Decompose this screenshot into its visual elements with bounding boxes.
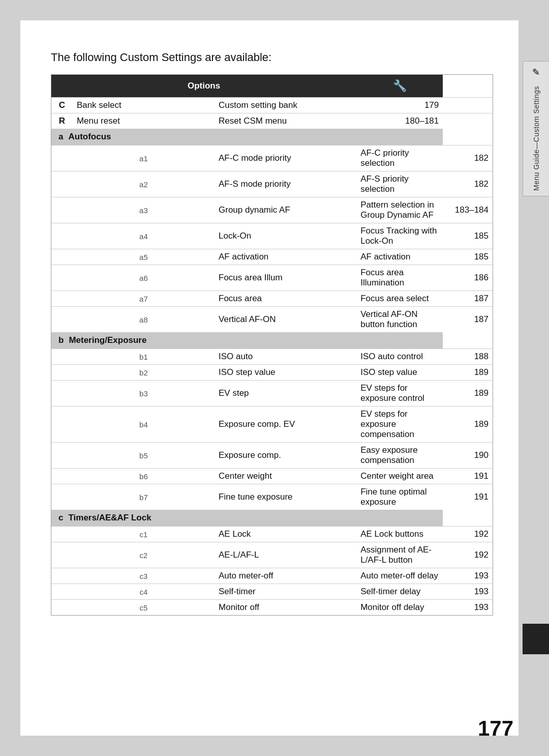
table-row: a3Group dynamic AFPattern selection in G… — [51, 197, 493, 223]
row-letter-empty — [51, 484, 73, 510]
table-row: b5Exposure comp.Easy exposure compensati… — [51, 443, 493, 469]
row-letter-empty — [51, 381, 73, 406]
table-row: CBank selectCustom setting bank179 — [51, 98, 493, 113]
row-desc: EV steps for exposure compensation — [356, 406, 443, 443]
row-sub: c1 — [73, 527, 215, 542]
table-row: b4Exposure comp. EVEV steps for exposure… — [51, 406, 493, 443]
row-name: AF activation — [215, 249, 356, 265]
table-row: c2AE-L/AF-LAssignment of AE-L/AF-L butto… — [51, 542, 493, 568]
row-desc: Easy exposure compensation — [356, 443, 443, 469]
row-page: 189 — [443, 406, 493, 443]
row-page: 185 — [443, 249, 493, 265]
row-letter-empty — [51, 307, 73, 333]
row-desc: AF-C priority selection — [356, 146, 443, 171]
row-name: Lock-On — [215, 223, 356, 249]
row-letter-empty — [51, 265, 73, 291]
row-desc: Fine tune optimal exposure — [356, 484, 443, 510]
section-row: bMetering/Exposure — [51, 332, 493, 349]
table-row: a1AF-C mode priorityAF-C priority select… — [51, 146, 493, 171]
row-letter-empty — [51, 365, 73, 381]
row-page: 192 — [443, 527, 493, 542]
settings-table: Options 🔧 CBank selectCustom setting ban… — [51, 75, 493, 615]
row-sub: a2 — [73, 171, 215, 197]
row-desc: EV steps for exposure control — [356, 381, 443, 406]
row-letter-empty — [51, 469, 73, 484]
row-page: 193 — [443, 600, 493, 616]
row-desc: Self-timer delay — [356, 584, 443, 600]
row-page: 188 — [443, 349, 493, 365]
row-letter-empty — [51, 568, 73, 584]
row-desc: Center weight area — [356, 469, 443, 484]
header-icon: 🔧 — [356, 75, 443, 98]
row-name: AF-S mode priority — [215, 171, 356, 197]
row-letter-empty — [51, 527, 73, 542]
row-sub: a7 — [73, 291, 215, 307]
table-row: b6Center weightCenter weight area191 — [51, 469, 493, 484]
side-tab: ✎ Menu Guide—Custom Settings — [523, 61, 549, 196]
row-sub: b5 — [73, 443, 215, 469]
table-row: b2ISO step valueISO step value189 — [51, 365, 493, 381]
table-row: a6Focus area IllumFocus area Illuminatio… — [51, 265, 493, 291]
row-letter-empty — [51, 406, 73, 443]
table-row: a5AF activationAF activation185 — [51, 249, 493, 265]
row-name: Exposure comp. — [215, 443, 356, 469]
row-name: AE Lock — [215, 527, 356, 542]
row-name: Fine tune exposure — [215, 484, 356, 510]
row-letter-empty — [51, 146, 73, 171]
row-page: 185 — [443, 223, 493, 249]
table-row: a2AF-S mode priorityAF-S priority select… — [51, 171, 493, 197]
table-row: c4Self-timerSelf-timer delay193 — [51, 584, 493, 600]
row-sub: b7 — [73, 484, 215, 510]
row-name: Vertical AF-ON — [215, 307, 356, 333]
row-letter-empty — [51, 249, 73, 265]
row-desc: AE Lock buttons — [356, 527, 443, 542]
row-sub: b1 — [73, 349, 215, 365]
options-header: Options — [51, 75, 356, 98]
row-page: 187 — [443, 291, 493, 307]
row-letter-empty — [51, 600, 73, 616]
table-row: RMenu resetReset CSM menu180–181 — [51, 113, 493, 129]
row-desc: AF activation — [356, 249, 443, 265]
row-desc: Auto meter-off delay — [356, 568, 443, 584]
row-desc: Vertical AF-ON button function — [356, 307, 443, 333]
row-name: Bank select — [73, 98, 215, 113]
section-row: cTimers/AE&AF Lock — [51, 510, 493, 527]
row-name: Monitor off — [215, 600, 356, 616]
row-desc: Focus area Illumination — [356, 265, 443, 291]
table-row: a4Lock-OnFocus Tracking with Lock-On185 — [51, 223, 493, 249]
row-desc: ISO auto control — [356, 349, 443, 365]
row-page: 183–184 — [443, 197, 493, 223]
row-name: ISO step value — [215, 365, 356, 381]
row-page: 189 — [443, 381, 493, 406]
row-sub: c4 — [73, 584, 215, 600]
table-row: b7Fine tune exposureFine tune optimal ex… — [51, 484, 493, 510]
section-cell: cTimers/AE&AF Lock — [51, 510, 443, 527]
table-row: b1ISO autoISO auto control188 — [51, 349, 493, 365]
section-cell: aAutofocus — [51, 129, 443, 146]
table-row: c3Auto meter-offAuto meter-off delay193 — [51, 568, 493, 584]
row-page: 187 — [443, 307, 493, 333]
row-letter: C — [51, 98, 73, 113]
side-tab-pencil-icon: ✎ — [532, 67, 540, 78]
row-letter-empty — [51, 349, 73, 365]
row-page: 193 — [443, 568, 493, 584]
row-sub: a1 — [73, 146, 215, 171]
row-letter-empty — [51, 171, 73, 197]
row-page: 191 — [443, 469, 493, 484]
row-sub: b3 — [73, 381, 215, 406]
row-name: Group dynamic AF — [215, 197, 356, 223]
table-row: c1AE LockAE Lock buttons192 — [51, 527, 493, 542]
row-page: 193 — [443, 584, 493, 600]
row-name: EV step — [215, 381, 356, 406]
page-content: The following Custom Settings are availa… — [20, 20, 518, 736]
row-sub: a4 — [73, 223, 215, 249]
row-page: 179 — [356, 98, 443, 113]
row-sub: b6 — [73, 469, 215, 484]
row-sub: a8 — [73, 307, 215, 333]
side-tab-label: Menu Guide—Custom Settings — [532, 86, 540, 191]
settings-table-wrapper: Options 🔧 CBank selectCustom setting ban… — [51, 74, 493, 616]
section-row: aAutofocus — [51, 129, 493, 146]
row-page: 191 — [443, 484, 493, 510]
row-page: 180–181 — [356, 113, 443, 129]
row-desc: Focus Tracking with Lock-On — [356, 223, 443, 249]
